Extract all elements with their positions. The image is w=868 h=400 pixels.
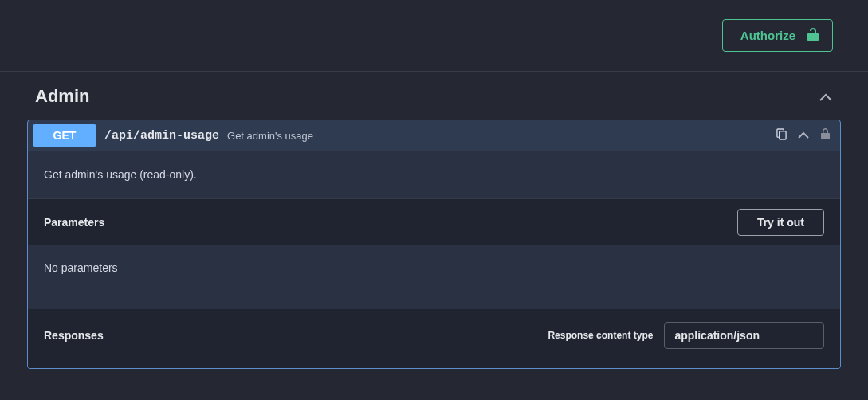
copy-icon[interactable] [776, 128, 787, 143]
operation-block: GET /api/admin-usage Get admin's usage G… [27, 120, 841, 369]
method-badge: GET [33, 124, 96, 147]
parameters-body: No parameters [28, 245, 840, 309]
section-header[interactable]: Admin [27, 86, 841, 120]
section-title: Admin [35, 86, 89, 107]
authorize-button[interactable]: Authorize [722, 19, 833, 52]
content-type-select[interactable]: application/json [664, 322, 824, 349]
responses-title: Responses [44, 329, 104, 342]
operation-description: Get admin's usage (read-only). [28, 151, 840, 199]
chevron-up-icon[interactable] [819, 92, 833, 101]
chevron-up-icon[interactable] [798, 128, 809, 143]
svg-rect-0 [780, 131, 786, 139]
content-type-label: Response content type [548, 330, 653, 341]
operation-summary: Get admin's usage [227, 130, 313, 142]
try-it-out-button[interactable]: Try it out [737, 209, 824, 236]
operation-path: /api/admin-usage [104, 129, 219, 143]
responses-header: Responses Response content type applicat… [28, 309, 840, 368]
parameters-header: Parameters Try it out [28, 199, 840, 245]
parameters-title: Parameters [44, 216, 104, 229]
unlock-icon [807, 27, 819, 44]
operation-header[interactable]: GET /api/admin-usage Get admin's usage [28, 120, 840, 151]
authorize-label: Authorize [740, 29, 795, 42]
lock-icon[interactable] [820, 127, 831, 143]
